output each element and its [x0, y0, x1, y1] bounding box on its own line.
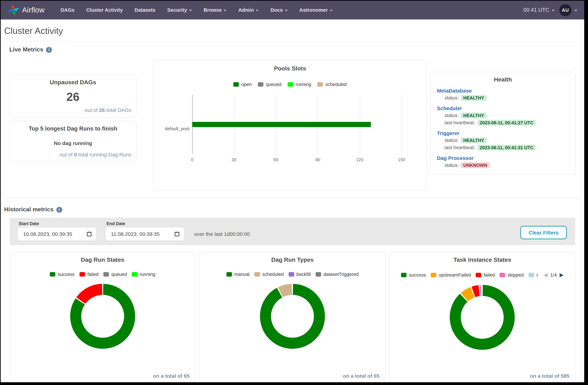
x-tick-label: 0 [191, 157, 193, 162]
footnote-suffix: total DAGs [105, 107, 131, 113]
dag-run-states-total: on a total of 65 [16, 373, 189, 379]
legend-swatch-datasettriggered [315, 272, 321, 277]
legend-item-failed[interactable]: failed [80, 272, 99, 277]
user-menu[interactable]: AU [559, 4, 577, 16]
legend-label: queued [266, 82, 281, 87]
live-left-column: Unpaused DAGs 26 out of 26 total DAGs To… [9, 75, 137, 162]
health-component-metadatabase[interactable]: MetaDatabase [437, 88, 569, 94]
nav-item-astronomer[interactable]: Astronomer [299, 7, 333, 13]
legend-item-scheduled[interactable]: scheduled [254, 272, 284, 277]
vertical-scrollbar[interactable] [581, 19, 584, 382]
chevron-down-icon [189, 9, 192, 11]
legend-swatch-queued [103, 272, 109, 277]
health-component-dag-processor[interactable]: Dag Processor [437, 155, 569, 161]
info-icon[interactable]: i [56, 207, 62, 212]
legend-item-upstreamfailed[interactable]: upstreamFailed [431, 272, 471, 277]
pools-slots-chart[interactable]: default_pool 0306090120150 [159, 95, 421, 164]
unpaused-dags-footnote: out of 26 total DAGs [15, 107, 131, 113]
chevron-down-icon [285, 9, 288, 11]
clock-dropdown[interactable]: 00:41 UTC [523, 7, 554, 13]
nav-item-label: Cluster Activity [86, 7, 123, 13]
start-date-input[interactable] [18, 228, 96, 240]
nav-item-security[interactable]: Security [167, 7, 192, 13]
end-date-input[interactable] [106, 228, 184, 240]
legend-item-manual[interactable]: manual [226, 272, 250, 277]
legend-item-failed[interactable]: failed [476, 272, 495, 277]
legend-swatch-failed [476, 273, 481, 277]
task-instance-states-total: on a total of 585 [395, 373, 569, 379]
status-badge: UNKNOWN [461, 162, 490, 168]
live-metrics-heading: Live Metrics i [9, 46, 576, 53]
legend-label: r [537, 272, 538, 277]
chevron-down-icon [256, 9, 259, 11]
legend-item-running[interactable]: running [132, 272, 155, 277]
health-row-label: last heartbeat: [444, 120, 475, 125]
dag-run-states-title: Dag Run States [16, 257, 189, 264]
nav-item-cluster-activity[interactable]: Cluster Activity [86, 7, 123, 13]
nav-item-browse[interactable]: Browse [204, 7, 227, 13]
dag-run-types-donut-chart[interactable] [258, 282, 327, 351]
no-dag-running-message: No dag running [15, 140, 131, 146]
nav-item-datasets[interactable]: Datasets [135, 7, 156, 13]
legend-next-icon[interactable]: ▶ [560, 272, 564, 278]
status-badge: 2023-08-11, 00:41:31 UTC [477, 145, 536, 151]
cluster-activity-page: Airflow DAGsCluster ActivityDatasetsSecu… [1, 1, 584, 382]
legend-label: success [409, 272, 426, 277]
legend-prev-icon[interactable]: ◀ [544, 272, 547, 278]
date-filter-bar: Start Date End Date over the last 1d00:0… [10, 218, 575, 245]
legend-item-datasettriggered[interactable]: datasetTriggered [315, 272, 359, 277]
health-components: MetaDatabasestatus:HEALTHYSchedulerstatu… [437, 88, 569, 168]
pools-category-label: default_pool [159, 126, 189, 131]
info-icon[interactable]: i [46, 47, 52, 53]
legend-item-backfill[interactable]: backfill [289, 272, 311, 277]
clear-filters-button[interactable]: Clear Filters [520, 226, 567, 239]
legend-item-success[interactable]: success [50, 272, 75, 277]
dag-run-states-legend: successfailedqueuedrunning [16, 272, 189, 277]
legend-item-running[interactable]: running [288, 82, 311, 87]
health-component-scheduler[interactable]: Scheduler [437, 105, 569, 111]
nav-item-dags[interactable]: DAGs [61, 7, 75, 13]
start-date-field: Start Date [18, 220, 96, 240]
dag-run-states-donut-chart[interactable] [68, 282, 137, 351]
legend-item-queued[interactable]: queued [103, 272, 127, 277]
pools-slots-column: Pools Slots openqueuedrunningscheduled d… [153, 60, 427, 191]
start-date-value[interactable] [22, 231, 79, 237]
legend-item-scheduled[interactable]: scheduled [317, 82, 347, 87]
task-instance-states-title: Task Instance States [395, 257, 569, 264]
pools-slots-legend: openqueuedrunningscheduled [159, 82, 421, 87]
live-metrics-title: Live Metrics [9, 46, 43, 53]
end-date-label: End Date [106, 221, 184, 226]
status-badge: 2023-08-11, 00:41:27 UTC [477, 120, 536, 126]
health-row-label: status: [444, 137, 459, 143]
legend-swatch-skipped [500, 273, 505, 277]
nav-item-admin[interactable]: Admin [238, 7, 259, 13]
health-component-triggerer[interactable]: Triggerer [437, 130, 569, 136]
bar-default-pool-open[interactable] [192, 122, 371, 127]
end-date-value[interactable] [110, 231, 167, 237]
pools-slots-title: Pools Slots [159, 65, 421, 72]
health-row-label: status: [444, 162, 459, 168]
dag-run-types-card: Dag Run Types manualscheduledbackfilldat… [200, 252, 385, 382]
task-instance-states-donut-chart[interactable] [448, 283, 517, 352]
health-row-last-heartbeat: last heartbeat:2023-08-11, 00:41:27 UTC [444, 120, 569, 126]
legend-item-skipped[interactable]: skipped [500, 272, 524, 277]
x-tick-label: 90 [315, 157, 320, 162]
historical-metrics-title: Historical metrics [4, 206, 53, 213]
brand-name: Airflow [22, 6, 44, 14]
legend-label: manual [234, 272, 250, 277]
legend-item-r[interactable]: r [528, 272, 538, 277]
legend-label: skipped [508, 272, 524, 277]
calendar-icon [87, 231, 92, 236]
nav-item-label: Security [167, 7, 187, 13]
health-row-label: status: [444, 95, 459, 100]
legend-item-open[interactable]: open [233, 82, 252, 87]
range-summary-text: over the last 1d00:00:00 [194, 231, 250, 237]
donut-slice-manual[interactable] [265, 289, 320, 344]
footnote-value: 0 [74, 152, 77, 157]
legend-item-success[interactable]: success [401, 272, 426, 277]
nav-item-docs[interactable]: Docs [271, 7, 288, 13]
donut-slice-success[interactable] [455, 290, 510, 345]
nav-item-label: Browse [204, 7, 222, 13]
airflow-brand[interactable]: Airflow [8, 4, 44, 16]
legend-item-queued[interactable]: queued [258, 82, 281, 87]
